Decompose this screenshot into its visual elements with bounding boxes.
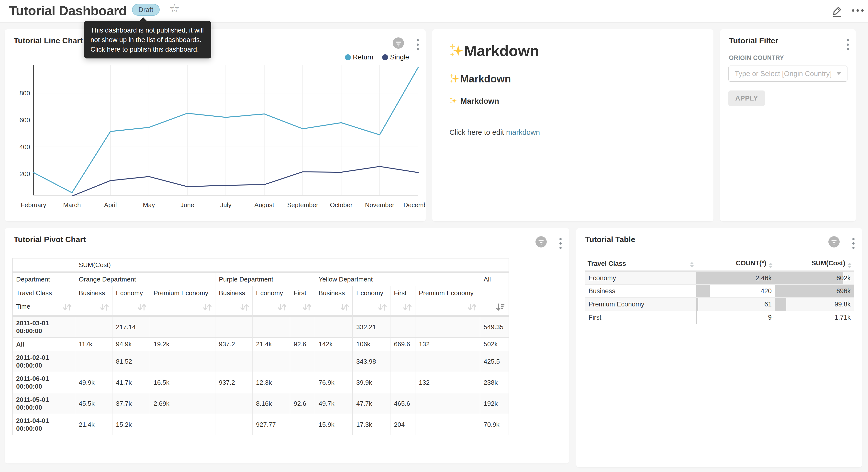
chart-legend: Return Single xyxy=(345,53,409,61)
pivot-value-cell: 2.69k xyxy=(150,393,215,414)
pivot-value-cell xyxy=(75,351,112,372)
legend-item-single[interactable]: Single xyxy=(382,53,409,61)
pivot-value-cell: 204 xyxy=(390,414,415,435)
pivot-group-row: DepartmentOrange DepartmentPurple Depart… xyxy=(12,272,509,286)
pivot-col-row: Travel ClassBusinessEconomyPremium Econo… xyxy=(12,286,509,300)
pivot-value-cell: 192k xyxy=(480,393,509,414)
sort-icon[interactable] xyxy=(63,303,71,313)
pivot-sort-cell xyxy=(352,300,390,316)
markdown-h1: Markdown xyxy=(450,42,699,59)
sort-icon[interactable] xyxy=(100,303,108,313)
sort-carets-icon xyxy=(690,262,694,267)
x-tick-label: November xyxy=(365,201,394,209)
pivot-value-cell: 49.7k xyxy=(315,393,352,414)
legend-item-return[interactable]: Return xyxy=(345,53,373,61)
sparkles-icon xyxy=(450,43,464,57)
col-header-travel-class[interactable]: Travel Class xyxy=(585,257,696,271)
pivot-row-dim: Travel Class xyxy=(12,286,75,300)
travel-class-cell: Business xyxy=(585,285,696,298)
pivot-sort-cell xyxy=(415,300,480,316)
sort-desc-icon[interactable] xyxy=(496,303,505,313)
filter-indicator-icon[interactable] xyxy=(535,236,547,248)
pivot-row: 2011-02-0100:00:0081.52343.98425.5 xyxy=(12,351,509,372)
count-cell: 61 xyxy=(696,298,775,311)
pivot-value-cell xyxy=(415,393,480,414)
markdown-card[interactable]: Markdown Markdown Markdown Click here to… xyxy=(432,29,713,221)
pivot-col-header: Economy xyxy=(252,286,290,300)
table-title: Tutorial Table xyxy=(585,235,635,244)
pivot-col-header: Premium Economy xyxy=(415,286,480,300)
sort-icon[interactable] xyxy=(240,303,249,313)
filter-indicator-icon[interactable] xyxy=(393,37,404,49)
markdown-edit-link[interactable]: markdown xyxy=(506,128,540,136)
apply-button[interactable]: APPLY xyxy=(728,90,765,106)
y-tick-label: 800 xyxy=(20,89,30,97)
sort-icon[interactable] xyxy=(203,303,212,313)
pivot-value-cell xyxy=(252,351,290,372)
draft-status-badge[interactable]: Draft xyxy=(132,4,160,16)
pivot-value-cell: 132 xyxy=(415,337,480,351)
single-legend-dot xyxy=(382,54,388,60)
count-cell: 2.46k xyxy=(696,271,775,285)
origin-country-select[interactable]: Type or Select [Origin Country] xyxy=(728,65,847,82)
pivot-sort-cell xyxy=(150,300,215,316)
origin-country-label: ORIGIN COUNTRY xyxy=(729,54,784,61)
pivot-sort-cell xyxy=(290,300,315,316)
chart-menu-icon[interactable] xyxy=(559,238,562,249)
pivot-value-cell xyxy=(75,316,112,337)
pivot-value-cell xyxy=(215,351,252,372)
sort-icon[interactable] xyxy=(137,303,146,313)
x-tick-label: July xyxy=(220,201,231,209)
sort-icon[interactable] xyxy=(378,303,386,313)
pivot-group-header: Orange Department xyxy=(75,272,215,286)
pivot-col-header: Business xyxy=(75,286,112,300)
pivot-value-cell: 37.7k xyxy=(112,393,150,414)
pivot-col-header: Economy xyxy=(112,286,150,300)
favorite-star-icon[interactable]: ☆ xyxy=(169,1,180,15)
pivot-row-label: 2011-05-0100:00:00 xyxy=(12,393,75,414)
chart-menu-icon[interactable] xyxy=(416,39,419,50)
select-placeholder: Type or Select [Origin Country] xyxy=(735,70,837,78)
pivot-value-cell: 937.2 xyxy=(215,337,252,351)
pivot-table: SUM(Cost)DepartmentOrange DepartmentPurp… xyxy=(12,258,509,435)
sort-icon[interactable] xyxy=(278,303,286,313)
sort-icon[interactable] xyxy=(403,303,411,313)
tutorial-table: Travel ClassCOUNT(*)SUM(Cost)Economy2.46… xyxy=(585,257,854,324)
tooltip-text: This dashboard is not published, it will… xyxy=(90,25,205,54)
filter-menu-icon[interactable] xyxy=(847,39,849,50)
pivot-value-cell: 47.7k xyxy=(352,393,390,414)
more-menu-icon[interactable] xyxy=(852,9,864,12)
pivot-sort-cell xyxy=(315,300,352,316)
y-tick-label: 600 xyxy=(20,116,30,124)
pivot-row-label: 2011-02-0100:00:00 xyxy=(12,351,75,372)
travel-class-cell: Economy xyxy=(585,271,696,285)
pivot-value-cell: 21.4k xyxy=(252,337,290,351)
sort-icon[interactable] xyxy=(340,303,349,313)
table-card: Tutorial Table Travel ClassCOUNT(*)SUM(C… xyxy=(576,228,862,467)
pivot-value-cell: 21.4k xyxy=(75,414,112,435)
pivot-metric-header: SUM(Cost) xyxy=(75,258,509,272)
x-tick-label: March xyxy=(63,201,81,209)
chart-menu-icon[interactable] xyxy=(852,238,855,249)
pivot-col-header xyxy=(480,286,509,300)
sort-icon[interactable] xyxy=(467,303,476,313)
edit-pencil-icon[interactable] xyxy=(831,4,843,18)
pivot-col-header: First xyxy=(390,286,415,300)
pivot-row: All117k94.9k19.2k937.221.4k92.6142k106k6… xyxy=(12,337,509,351)
pivot-value-cell xyxy=(290,316,315,337)
col-header-count[interactable]: COUNT(*) xyxy=(696,257,775,271)
pivot-row-dim: Department xyxy=(12,272,75,286)
pivot-group-header: Purple Department xyxy=(215,272,315,286)
pivot-value-cell xyxy=(252,316,290,337)
pivot-value-cell xyxy=(390,372,415,393)
filter-indicator-icon[interactable] xyxy=(828,236,840,248)
sort-icon[interactable] xyxy=(303,303,311,313)
col-header-sum-cost[interactable]: SUM(Cost) xyxy=(775,257,854,271)
table-row: Business420696k xyxy=(585,285,854,298)
pivot-col-header: Economy xyxy=(352,286,390,300)
pivot-value-cell: 16.5k xyxy=(150,372,215,393)
line-chart-title: Tutorial Line Chart xyxy=(14,36,83,45)
pivot-row: 2011-05-0100:00:0045.5k37.7k2.69k8.16k92… xyxy=(12,393,509,414)
pivot-value-cell: 94.9k xyxy=(112,337,150,351)
pivot-value-cell: 425.5 xyxy=(480,351,509,372)
